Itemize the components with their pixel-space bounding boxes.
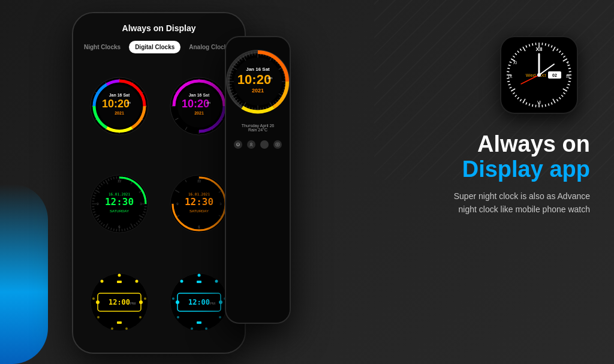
svg-point-152 xyxy=(176,300,179,304)
svg-line-284 xyxy=(532,43,533,46)
clock-item-cyan-rect[interactable]: 12:00 PM xyxy=(162,257,235,348)
svg-line-258 xyxy=(532,104,533,107)
svg-point-126 xyxy=(135,280,138,283)
svg-text:am: am xyxy=(267,76,272,80)
hero-subtitle-line1: Super night clock is also as Advance xyxy=(454,191,590,201)
svg-point-133 xyxy=(100,280,103,283)
svg-line-80 xyxy=(92,209,95,210)
svg-line-84 xyxy=(92,198,95,199)
hero-subtitle-line2: night clock like mobile phone watch xyxy=(459,204,590,214)
svg-line-228 xyxy=(545,43,546,46)
featured-clock-svg: Jan 16 Sat 10:20 am 2021 xyxy=(225,49,290,114)
svg-point-131 xyxy=(97,316,100,318)
svg-point-130 xyxy=(111,327,113,330)
svg-line-69 xyxy=(113,229,114,231)
svg-point-142 xyxy=(197,274,200,277)
tab-digital-clocks[interactable]: Digital Clocks xyxy=(129,41,180,53)
clock-item-purple[interactable]: Jan 16 Sat 10:20 am 2021 xyxy=(162,61,235,152)
svg-point-146 xyxy=(205,327,207,330)
svg-point-128 xyxy=(139,316,142,318)
clock-item-green-digital[interactable]: 12 3 6 9 16.01.2021 12:30 SATURDAY xyxy=(83,159,155,250)
phone-mockup-main: Always on Display Night Clocks Digital C… xyxy=(72,12,246,354)
hero-title-line2: Display app xyxy=(362,157,590,182)
svg-line-273 xyxy=(507,68,510,69)
clock-item-rainbow[interactable]: Jan 16 Sat 10:20 am 2021 xyxy=(83,61,155,152)
svg-rect-155 xyxy=(197,321,201,324)
svg-text:VI: VI xyxy=(537,100,541,104)
svg-rect-137 xyxy=(117,281,122,283)
svg-text:12: 12 xyxy=(117,179,121,183)
phone-header: Always on Display xyxy=(73,13,245,38)
svg-rect-138 xyxy=(117,321,122,324)
svg-text:2021: 2021 xyxy=(194,111,204,115)
svg-text:16.01.2021: 16.01.2021 xyxy=(108,192,130,196)
svg-text:SATURDAY: SATURDAY xyxy=(189,209,209,213)
svg-point-143 xyxy=(215,280,218,283)
svg-text:10:20: 10:20 xyxy=(101,98,129,110)
svg-line-239 xyxy=(568,68,571,69)
app-icon-3 xyxy=(260,140,269,149)
clock-svg-rainbow: Jan 16 Sat 10:20 am 2021 xyxy=(89,76,149,136)
svg-text:am: am xyxy=(206,101,210,104)
phone-title: Always on Display xyxy=(122,23,196,33)
svg-text:SATURDAY: SATURDAY xyxy=(110,209,129,213)
svg-line-243 xyxy=(568,81,571,82)
analog-watch-svg: XII XI IX VI I III 02 Wed Oct xyxy=(503,39,575,111)
blue-wave-decoration xyxy=(0,184,48,364)
clock-item-orange-digital[interactable]: 12 3 6 9 16.01.2021 12:30 SATURDAY xyxy=(162,159,235,250)
svg-point-127 xyxy=(144,297,146,300)
weather-section: Thursday April 26 Rain 24°C xyxy=(242,124,274,132)
svg-text:I: I xyxy=(567,61,568,65)
svg-text:12:00: 12:00 xyxy=(188,298,209,306)
clock-svg-purple: Jan 16 Sat 10:20 am 2021 xyxy=(169,76,229,136)
clock-svg-yellow-rect: 12:00 PM xyxy=(89,272,149,332)
svg-point-149 xyxy=(172,297,174,300)
svg-rect-154 xyxy=(197,281,201,283)
svg-point-299 xyxy=(537,73,541,77)
svg-line-269 xyxy=(507,81,510,82)
svg-point-132 xyxy=(92,297,95,300)
app-icon-4 xyxy=(273,140,282,149)
app-icons-row xyxy=(234,140,282,149)
svg-point-145 xyxy=(219,316,221,318)
svg-point-135 xyxy=(96,300,100,304)
hero-text-section: Always on Display app Super night clock … xyxy=(362,132,590,216)
svg-point-136 xyxy=(139,300,143,304)
svg-text:Jan 16 Sat: Jan 16 Sat xyxy=(188,93,209,97)
svg-line-95 xyxy=(113,177,114,179)
svg-line-254 xyxy=(545,104,546,107)
app-icon-1 xyxy=(234,140,242,149)
svg-point-147 xyxy=(191,327,193,330)
svg-text:Jan 16 Sat: Jan 16 Sat xyxy=(246,67,270,72)
svg-text:IX: IX xyxy=(508,74,513,79)
svg-text:2021: 2021 xyxy=(115,111,124,115)
clock-svg-cyan-rect: 12:00 PM xyxy=(169,272,229,332)
svg-text:Jan 16 Sat: Jan 16 Sat xyxy=(109,93,130,97)
clocks-grid: Jan 16 Sat 10:20 am 2021 xyxy=(73,56,245,353)
svg-text:XII: XII xyxy=(535,46,542,52)
svg-text:12: 12 xyxy=(197,179,201,183)
tab-night-clocks[interactable]: Night Clocks xyxy=(78,41,127,53)
svg-text:III: III xyxy=(566,74,570,79)
svg-line-54 xyxy=(144,209,146,210)
hero-subtitle: Super night clock is also as Advance nig… xyxy=(362,189,590,216)
clock-item-yellow-rect[interactable]: 12:00 PM xyxy=(83,257,155,348)
svg-point-125 xyxy=(118,274,121,277)
svg-point-129 xyxy=(125,327,128,330)
svg-text:02: 02 xyxy=(552,73,557,77)
svg-line-65 xyxy=(124,229,125,231)
app-icon-2 xyxy=(247,140,255,149)
clock-svg-green-digital: 12 3 6 9 16.01.2021 12:30 SATURDAY xyxy=(89,174,149,234)
svg-text:PM: PM xyxy=(210,302,215,305)
svg-text:16.01.2021: 16.01.2021 xyxy=(188,192,210,196)
svg-text:2021: 2021 xyxy=(252,88,264,94)
svg-text:10:20: 10:20 xyxy=(181,98,209,110)
weather-date: Thursday April 26 xyxy=(242,124,274,128)
svg-point-150 xyxy=(180,280,183,283)
svg-text:XI: XI xyxy=(513,61,517,65)
svg-text:12:30: 12:30 xyxy=(104,196,133,207)
phone-featured: Jan 16 Sat 10:20 am 2021 Thursday April … xyxy=(225,36,291,324)
svg-point-153 xyxy=(219,300,222,304)
svg-point-148 xyxy=(177,316,179,318)
svg-text:12:30: 12:30 xyxy=(184,196,213,207)
